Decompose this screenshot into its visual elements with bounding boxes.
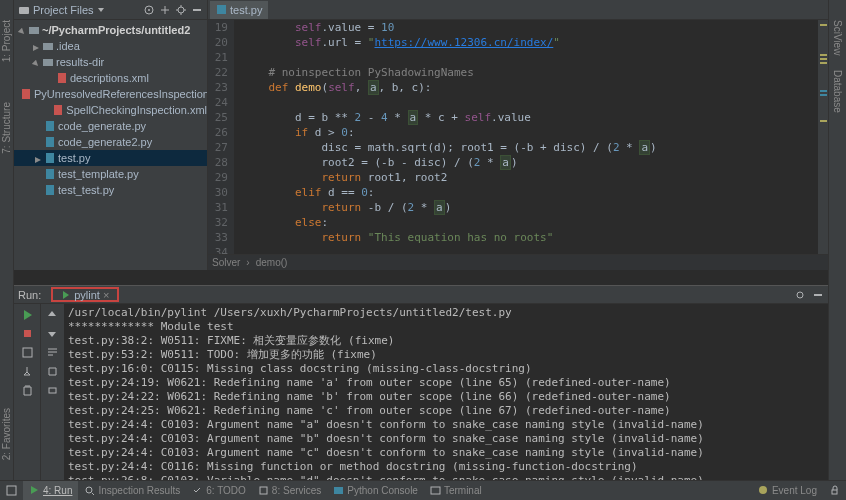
sidebar-tab-project[interactable]: 1: Project	[1, 20, 12, 62]
project-panel-header: Project Files	[14, 0, 207, 20]
svg-rect-8	[58, 73, 66, 83]
svg-rect-26	[431, 487, 440, 494]
close-icon[interactable]: ×	[103, 289, 109, 301]
sidebar-tab-structure[interactable]: 7: Structure	[1, 102, 12, 154]
tree-file-py[interactable]: code_generate2.py	[14, 134, 207, 150]
svg-rect-21	[49, 388, 56, 393]
svg-rect-25	[334, 487, 343, 494]
bottom-menu-icon[interactable]	[0, 481, 23, 500]
pin-icon[interactable]	[21, 365, 34, 378]
editor-tab-label: test.py	[230, 4, 262, 16]
gutter: 1920212223242526272829303132333435363738…	[208, 20, 234, 254]
down-icon[interactable]	[46, 327, 59, 340]
run-sub-toolbar	[40, 304, 64, 480]
gear-icon[interactable]	[794, 289, 806, 301]
bottom-tab-terminal[interactable]: Terminal	[424, 481, 488, 500]
code-area[interactable]: self.value = 10 self.url = "https://www.…	[234, 20, 828, 254]
svg-rect-22	[7, 486, 16, 495]
svg-point-27	[759, 486, 767, 494]
bottom-tab-services[interactable]: 8: Services	[252, 481, 327, 500]
rerun-icon[interactable]	[21, 308, 34, 321]
svg-rect-28	[832, 490, 837, 494]
tree-file-py[interactable]: code_generate.py	[14, 118, 207, 134]
svg-rect-15	[46, 185, 54, 195]
run-label: Run:	[18, 289, 41, 301]
run-output[interactable]: /usr/local/bin/pylint /Users/xuxh/Pychar…	[64, 304, 828, 480]
svg-rect-9	[22, 89, 30, 99]
svg-rect-13	[46, 153, 54, 163]
trash-icon[interactable]	[21, 384, 34, 397]
svg-rect-10	[54, 105, 62, 115]
print-icon[interactable]	[46, 384, 59, 397]
right-tool-sidebar: SciView Database	[828, 0, 846, 480]
hide-icon[interactable]	[812, 289, 824, 301]
editor-area: test.py 19202122232425262728293031323334…	[208, 0, 828, 270]
bottom-tab-inspection[interactable]: Inspection Results	[78, 481, 186, 500]
svg-rect-5	[29, 27, 39, 34]
target-icon[interactable]	[143, 4, 155, 16]
tree-file-xml[interactable]: descriptions.xml	[14, 70, 207, 86]
tree-folder-idea[interactable]: .idea	[14, 38, 207, 54]
sidebar-tab-database[interactable]: Database	[832, 70, 843, 113]
svg-point-3	[178, 7, 184, 13]
folder-icon	[18, 4, 30, 16]
svg-rect-24	[260, 487, 267, 494]
svg-rect-18	[814, 294, 822, 296]
left-tool-sidebar: 1: Project 7: Structure 2: Favorites	[0, 0, 14, 480]
wrap-icon[interactable]	[46, 346, 59, 359]
tree-folder-results[interactable]: results-dir	[14, 54, 207, 70]
project-panel-title: Project Files	[33, 4, 94, 16]
sidebar-tab-sciview[interactable]: SciView	[832, 20, 843, 55]
python-file-icon	[216, 4, 227, 15]
svg-rect-16	[217, 5, 226, 14]
svg-rect-14	[46, 169, 54, 179]
tree-file-xml[interactable]: SpellCheckingInspection.xml	[14, 102, 207, 118]
bottom-bar: 4: Run Inspection Results 6: TODO 8: Ser…	[0, 480, 846, 500]
hide-icon[interactable]	[191, 4, 203, 16]
svg-rect-11	[46, 121, 54, 131]
editor-tab[interactable]: test.py	[210, 1, 268, 19]
editor-tabs: test.py	[208, 0, 828, 20]
svg-rect-12	[46, 137, 54, 147]
bottom-tab-todo[interactable]: 6: TODO	[186, 481, 252, 500]
bottom-event-log[interactable]: Event Log	[752, 481, 823, 500]
run-panel: Run: pylint × /usr/local/bin/pylint /Use…	[14, 285, 828, 480]
gear-icon[interactable]	[175, 4, 187, 16]
scroll-marks	[818, 20, 828, 254]
svg-point-17	[797, 292, 803, 298]
tree-file-py[interactable]: test_template.py	[14, 166, 207, 182]
breadcrumb-item[interactable]: Solver	[212, 257, 240, 268]
stop-icon[interactable]	[21, 327, 34, 340]
tree-file-xml[interactable]: PyUnresolvedReferencesInspection.xml	[14, 86, 207, 102]
bottom-lock-icon[interactable]	[823, 481, 846, 500]
up-icon[interactable]	[46, 308, 59, 321]
chevron-down-icon[interactable]	[97, 6, 105, 14]
run-header: Run: pylint ×	[14, 286, 828, 304]
svg-rect-20	[23, 348, 32, 357]
breadcrumb-item[interactable]: demo()	[256, 257, 288, 268]
tree-file-py[interactable]: test_test.py	[14, 182, 207, 198]
project-panel: Project Files ~/PycharmProjects/untitled…	[14, 0, 208, 270]
svg-rect-7	[43, 59, 53, 66]
bottom-tab-python-console[interactable]: Python Console	[327, 481, 424, 500]
layout-icon[interactable]	[21, 346, 34, 359]
sidebar-tab-favorites[interactable]: 2: Favorites	[1, 408, 12, 460]
svg-rect-4	[193, 9, 201, 11]
svg-rect-0	[19, 7, 29, 14]
bottom-tab-run[interactable]: 4: Run	[23, 481, 78, 500]
tree-root-label: ~/PycharmProjects/untitled2	[42, 24, 190, 36]
play-icon	[61, 290, 71, 300]
svg-point-23	[86, 487, 92, 493]
svg-point-2	[148, 9, 150, 11]
scroll-icon[interactable]	[46, 365, 59, 378]
collapse-icon[interactable]	[159, 4, 171, 16]
editor-body[interactable]: 1920212223242526272829303132333435363738…	[208, 20, 828, 254]
run-tab-pylint[interactable]: pylint ×	[51, 287, 119, 302]
svg-rect-19	[24, 330, 31, 337]
svg-rect-6	[43, 43, 53, 50]
breadcrumb: Solver › demo()	[208, 254, 828, 270]
run-toolbar	[14, 304, 40, 480]
tree-root[interactable]: ~/PycharmProjects/untitled2	[14, 22, 207, 38]
project-tree[interactable]: ~/PycharmProjects/untitled2 .idea result…	[14, 20, 207, 270]
tree-file-py-selected[interactable]: test.py	[14, 150, 207, 166]
